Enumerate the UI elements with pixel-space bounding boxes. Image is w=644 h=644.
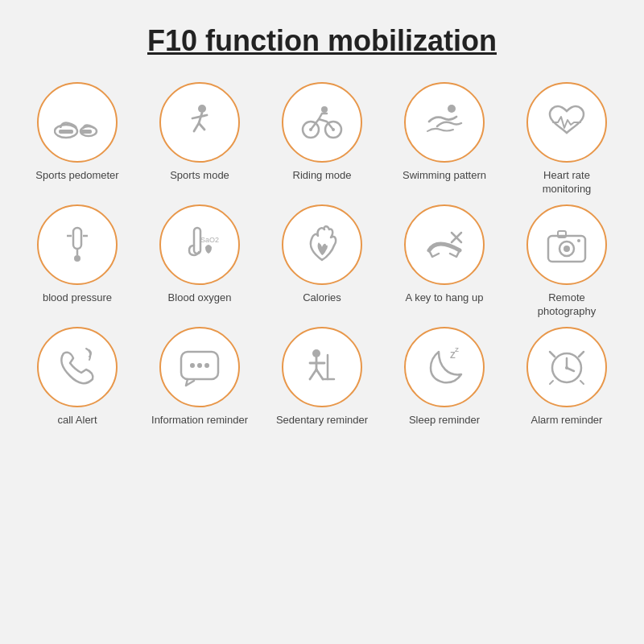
feature-label-info-reminder: Information reminder [151, 414, 248, 427]
swimming-icon-circle [404, 82, 485, 163]
call-icon-circle [37, 327, 118, 407]
svg-point-27 [197, 363, 202, 368]
feature-remote-photo: Remote photography [506, 204, 628, 319]
feature-riding-mode: Riding mode [261, 82, 383, 196]
feature-label-riding-mode: Riding mode [293, 169, 352, 183]
sports-mode-icon-circle [159, 82, 240, 163]
feature-blood-oxygen: SaO2 Blood oxygen [138, 204, 261, 319]
feature-hang-up: A key to hang up [383, 204, 506, 319]
svg-text:SaO2: SaO2 [200, 236, 219, 244]
feature-sedentary: Sedentary reminder [261, 327, 383, 427]
feature-label-blood-pressure: blood pressure [43, 291, 112, 305]
svg-text:Z: Z [455, 346, 459, 353]
feature-label-swimming-pattern: Swimming pattern [402, 169, 486, 183]
svg-point-4 [198, 105, 206, 113]
feature-label-sedentary: Sedentary reminder [276, 414, 368, 427]
riding-icon-circle [282, 82, 362, 163]
svg-rect-2 [59, 130, 73, 134]
feature-label-call-alert: call Alert [57, 414, 97, 427]
feature-heart-rate: Heart rate monitoring [506, 82, 628, 196]
page-title: F10 function mobilization [147, 24, 497, 58]
feature-swimming-pattern: Swimming pattern [383, 82, 506, 196]
sleep-icon-circle: Z Z [404, 327, 485, 407]
alarm-icon-circle [526, 327, 607, 407]
svg-rect-11 [73, 228, 81, 249]
svg-line-37 [567, 368, 574, 371]
pedometer-icon-circle [37, 82, 118, 163]
blood-pressure-icon-circle [37, 204, 118, 285]
feature-blood-pressure: blood pressure [16, 204, 138, 319]
feature-label-remote-photo: Remote photography [518, 291, 615, 319]
feature-label-alarm: Alarm reminder [531, 414, 603, 427]
feature-calories: Calories [261, 204, 383, 319]
features-grid: Sports pedometer Sports mode Riding mode… [8, 82, 636, 427]
sedentary-icon-circle [282, 327, 362, 407]
camera-icon-circle [526, 204, 607, 285]
feature-label-heart-rate: Heart rate monitoring [518, 169, 615, 196]
svg-point-10 [448, 105, 456, 113]
svg-point-28 [204, 363, 209, 368]
blood-oxygen-icon-circle: SaO2 [159, 204, 240, 285]
svg-point-9 [321, 106, 328, 113]
svg-point-13 [74, 255, 80, 262]
svg-rect-16 [194, 228, 200, 254]
feature-sports-pedometer: Sports pedometer [16, 82, 138, 196]
feature-call-alert: call Alert [16, 327, 138, 427]
svg-point-29 [312, 349, 320, 357]
svg-point-24 [577, 239, 580, 242]
feature-label-calories: Calories [303, 291, 341, 305]
hang-up-icon-circle [404, 204, 485, 285]
svg-point-26 [190, 363, 195, 368]
calories-icon-circle [282, 204, 362, 285]
page: F10 function mobilization Sports pedomet… [0, 0, 644, 644]
feature-alarm: Alarm reminder [506, 327, 628, 427]
feature-label-blood-oxygen: Blood oxygen [168, 291, 232, 305]
feature-sleep: Z Z Sleep reminder [383, 327, 506, 427]
feature-label-sleep: Sleep reminder [409, 414, 480, 427]
feature-label-sports-pedometer: Sports pedometer [35, 169, 118, 183]
feature-info-reminder: Information reminder [138, 327, 261, 427]
heart-rate-icon-circle [526, 82, 607, 163]
feature-sports-mode: Sports mode [138, 82, 261, 196]
message-icon-circle [159, 327, 240, 407]
feature-label-hang-up: A key to hang up [406, 291, 484, 305]
svg-rect-3 [80, 130, 92, 134]
feature-label-sports-mode: Sports mode [170, 169, 229, 183]
svg-point-22 [564, 246, 570, 252]
